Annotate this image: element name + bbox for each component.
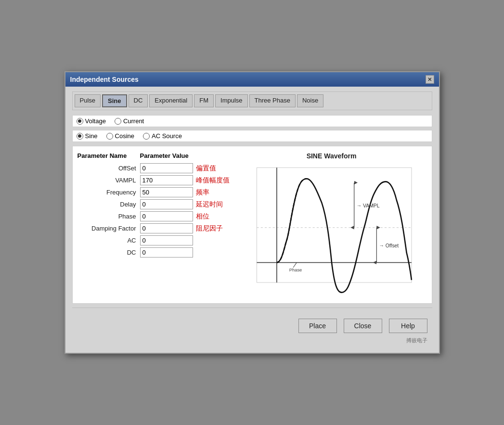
label-dc: DC [78,249,140,256]
button-bar: Place Close Help [72,312,432,335]
close-dialog-button[interactable]: Close [344,319,382,333]
waveform-svg: → VAMPL → Offset Phase [236,163,427,297]
cosine-label: Cosine [115,132,134,140]
annotation-delay: 延迟时间 [196,200,223,209]
main-area: Parameter Name Parameter Value OffSet 偏置… [72,146,432,304]
label-offset: OffSet [78,165,140,172]
label-phase: Phase [78,213,140,220]
watermark: 搏嵌电子 [72,335,432,346]
waveform-type-group: Sine Cosine AC Source [72,130,432,142]
param-row-phase: Phase 相位 [78,211,232,221]
param-row-dc: DC [78,247,232,258]
label-delay: Delay [78,201,140,208]
sine-radio-indicator [77,133,83,140]
svg-text:→ Offset: → Offset [379,243,399,248]
param-row-ac: AC [78,235,232,245]
svg-rect-0 [257,167,411,283]
input-ac[interactable] [140,235,193,245]
tab-three-phase[interactable]: Three Phase [249,94,296,107]
ac-source-radio-indicator [143,133,150,140]
voltage-radio-indicator [77,118,83,125]
param-row-damping: Damping Factor 阻尼因子 [78,223,232,233]
help-button[interactable]: Help [389,319,427,333]
tab-bar: Pulse Sine DC Exponential FM Impulse Thr… [72,91,432,110]
param-row-offset: OffSet 偏置值 [78,163,232,173]
input-delay[interactable] [140,199,193,209]
label-frequency: Frequency [78,189,140,196]
param-table: Parameter Name Parameter Value OffSet 偏置… [78,152,232,297]
window-title: Independent Sources [70,76,139,83]
ac-source-label: AC Source [152,132,182,140]
waveform-area: SINE Waveform [236,152,427,297]
watermark-text: 搏嵌电子 [406,337,427,343]
current-radio[interactable]: Current [115,117,144,125]
waveform-title: SINE Waveform [307,152,357,160]
cosine-radio-indicator [106,133,113,140]
annotation-frequency: 频率 [196,188,209,197]
label-damping: Damping Factor [78,225,140,232]
svg-text:Phase: Phase [289,268,301,272]
sine-label: Sine [85,132,98,140]
label-ac: AC [78,237,140,244]
tab-fm[interactable]: FM [194,94,214,107]
voltage-label: Voltage [85,117,106,125]
annotation-damping: 阻尼因子 [196,224,223,233]
tab-exponential[interactable]: Exponential [149,94,193,107]
param-row-vampl: VAMPL 峰值幅度值 [78,175,232,185]
voltage-radio[interactable]: Voltage [77,117,106,125]
annotation-vampl: 峰值幅度值 [196,176,230,185]
input-phase[interactable] [140,211,193,221]
annotation-offset: 偏置值 [196,164,216,173]
label-vampl: VAMPL [78,177,140,184]
tab-sine[interactable]: Sine [102,94,127,107]
input-frequency[interactable] [140,187,193,197]
current-radio-indicator [115,118,121,125]
header-name: Parameter Name [78,152,140,159]
param-row-frequency: Frequency 频率 [78,187,232,197]
source-type-group: Voltage Current [72,115,432,127]
sine-radio[interactable]: Sine [77,132,98,140]
cosine-radio[interactable]: Cosine [106,132,134,140]
tab-pulse[interactable]: Pulse [75,94,101,107]
current-label: Current [123,117,144,125]
tab-noise[interactable]: Noise [297,94,323,107]
close-button[interactable]: ✕ [426,75,434,84]
input-offset[interactable] [140,163,193,173]
param-row-delay: Delay 延迟时间 [78,199,232,209]
param-headers: Parameter Name Parameter Value [78,152,232,159]
title-bar: Independent Sources ✕ [65,72,439,87]
tab-impulse[interactable]: Impulse [215,94,248,107]
annotation-phase: 相位 [196,212,209,221]
content-area: Pulse Sine DC Exponential FM Impulse Thr… [65,87,439,353]
ac-source-radio[interactable]: AC Source [143,132,182,140]
input-damping[interactable] [140,223,193,233]
place-button[interactable]: Place [298,319,337,333]
main-window: Independent Sources ✕ Pulse Sine DC Expo… [65,71,440,354]
input-dc[interactable] [140,247,193,258]
tab-dc[interactable]: DC [129,94,148,107]
input-vampl[interactable] [140,175,193,185]
svg-text:→ VAMPL: → VAMPL [356,203,379,208]
header-value: Parameter Value [140,152,203,159]
